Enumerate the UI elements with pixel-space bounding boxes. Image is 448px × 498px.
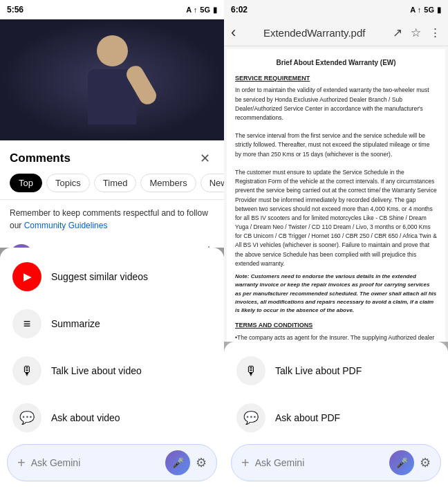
- star-icon[interactable]: ☆: [411, 26, 421, 40]
- right-popup-overlay: 🎙 Talk Live about PDF 💬 Ask about PDF + …: [224, 342, 448, 498]
- signal-icon-right: 5G: [424, 6, 434, 14]
- network-icon-right: A ↑: [410, 6, 421, 14]
- mic-icon-right: 🎙: [236, 356, 265, 385]
- talk-live-pdf-label: Talk Live about PDF: [275, 365, 362, 376]
- back-button[interactable]: ‹: [231, 24, 236, 42]
- terms-title: TERMS AND CONDITIONS: [235, 321, 437, 331]
- pdf-title: ExtendedWarranty.pdf: [241, 27, 387, 39]
- talk-live-pdf-item[interactable]: 🎙 Talk Live about PDF: [224, 347, 448, 394]
- time-left: 5:56: [7, 5, 24, 15]
- ask-about-video-item[interactable]: 💬 Ask about video: [0, 394, 224, 441]
- tab-top[interactable]: Top: [10, 174, 42, 192]
- comments-header: Comments ✕: [0, 140, 224, 174]
- network-icon-left: A ↑: [186, 6, 197, 14]
- comments-title: Comments: [10, 151, 71, 165]
- talk-live-video-label: Talk Live about video: [51, 365, 142, 376]
- share-icon[interactable]: ↗: [393, 26, 402, 40]
- left-popup-card: ▶ Suggest similar videos ≡ Summarize 🎙 T…: [0, 248, 224, 498]
- person-arm: [124, 62, 160, 107]
- service-requirement-body: In order to maintain the validity of ext…: [235, 86, 437, 268]
- service-requirement-title: SERVICE REQUIREMENT: [235, 74, 437, 84]
- video-thumbnail[interactable]: [0, 19, 224, 140]
- summarize-item[interactable]: ≡ Summarize: [0, 300, 224, 347]
- signal-icon-left: 5G: [200, 6, 210, 14]
- ask-video-label: Ask about video: [51, 412, 120, 423]
- left-popup-overlay: ▶ Suggest similar videos ≡ Summarize 🎙 T…: [0, 248, 224, 498]
- summarize-label: Summarize: [51, 318, 100, 329]
- person-head: [97, 35, 128, 66]
- plus-icon-left[interactable]: +: [17, 455, 26, 471]
- left-gemini-bar[interactable]: + 🎤 ⚙: [7, 444, 217, 481]
- person-body: [88, 69, 136, 124]
- pdf-main-title: Brief About Extended Warranty (EW): [235, 57, 437, 68]
- status-icons-left: A ↑ 5G ▮: [186, 6, 217, 15]
- summarize-icon: ≡: [12, 309, 41, 338]
- left-panel: 5:56 A ↑ 5G ▮ Comments ✕ Top Topics Time…: [0, 0, 224, 498]
- pdf-toolbar-icons: ↗ ☆ ⋮: [393, 26, 441, 40]
- status-bar-left: 5:56 A ↑ 5G ▮: [0, 0, 224, 19]
- tune-icon-right[interactable]: ⚙: [420, 455, 431, 470]
- mic-icon-left: 🎙: [12, 356, 41, 385]
- tab-timed[interactable]: Timed: [94, 174, 137, 192]
- guidelines-link[interactable]: Community Guidelines: [24, 221, 108, 230]
- status-bar-right: 6:02 A ↑ 5G ▮: [224, 0, 448, 19]
- tab-newest[interactable]: Newest: [200, 174, 224, 192]
- pdf-toolbar: ‹ ExtendedWarranty.pdf ↗ ☆ ⋮: [224, 19, 448, 46]
- ask-pdf-label: Ask about PDF: [275, 412, 340, 423]
- time-right: 6:02: [231, 5, 248, 15]
- youtube-icon: ▶: [12, 262, 41, 291]
- left-gemini-input[interactable]: [31, 457, 160, 468]
- pdf-note1: Note: Customers need to endorse the vari…: [235, 273, 437, 315]
- right-gemini-bar[interactable]: + 🎤 ⚙: [231, 444, 441, 481]
- tune-icon-left[interactable]: ⚙: [196, 455, 207, 470]
- status-icons-right: A ↑ 5G ▮: [410, 6, 441, 15]
- right-gemini-mic[interactable]: 🎤: [389, 450, 414, 475]
- battery-icon-right: ▮: [437, 6, 441, 15]
- tab-members[interactable]: Members: [140, 174, 196, 192]
- suggest-label: Suggest similar videos: [51, 271, 148, 282]
- guidelines-text: Remember to keep comments respectful and…: [0, 200, 224, 239]
- plus-icon-right[interactable]: +: [241, 455, 250, 471]
- left-gemini-mic[interactable]: 🎤: [165, 450, 190, 475]
- suggest-similar-item[interactable]: ▶ Suggest similar videos: [0, 253, 224, 300]
- talk-live-video-item[interactable]: 🎙 Talk Live about video: [0, 347, 224, 394]
- right-gemini-input[interactable]: [255, 457, 384, 468]
- video-person: [0, 19, 224, 140]
- close-button[interactable]: ✕: [195, 149, 214, 168]
- right-panel: 6:02 A ↑ 5G ▮ ‹ ExtendedWarranty.pdf ↗ ☆…: [224, 0, 448, 498]
- tab-topics[interactable]: Topics: [46, 174, 90, 192]
- right-popup-card: 🎙 Talk Live about PDF 💬 Ask about PDF + …: [224, 342, 448, 498]
- comments-tabs: Top Topics Timed Members Newest: [0, 174, 224, 200]
- more-icon-right[interactable]: ⋮: [429, 26, 441, 40]
- battery-icon-left: ▮: [213, 6, 217, 15]
- chat-icon-left: 💬: [12, 403, 41, 432]
- ask-about-pdf-item[interactable]: 💬 Ask about PDF: [224, 394, 448, 441]
- chat-icon-right: 💬: [236, 403, 265, 432]
- person-silhouette: [84, 35, 140, 125]
